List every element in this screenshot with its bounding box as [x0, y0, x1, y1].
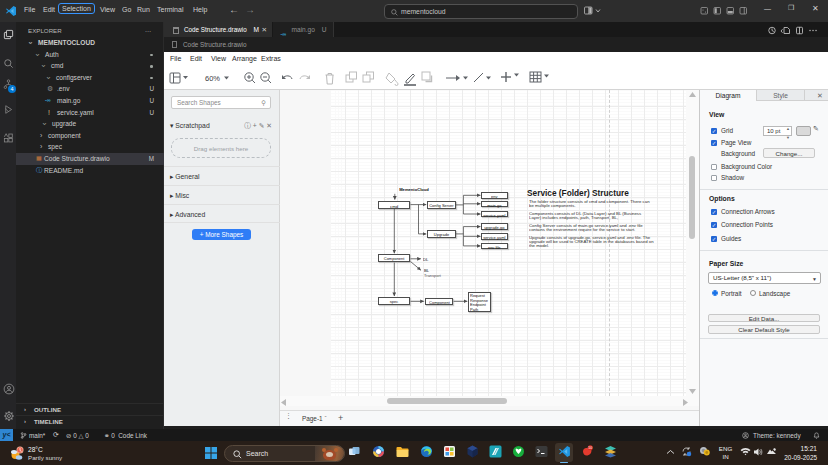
svg-text:60%: 60% [205, 74, 220, 83]
svg-text:10: 10 [588, 446, 592, 450]
